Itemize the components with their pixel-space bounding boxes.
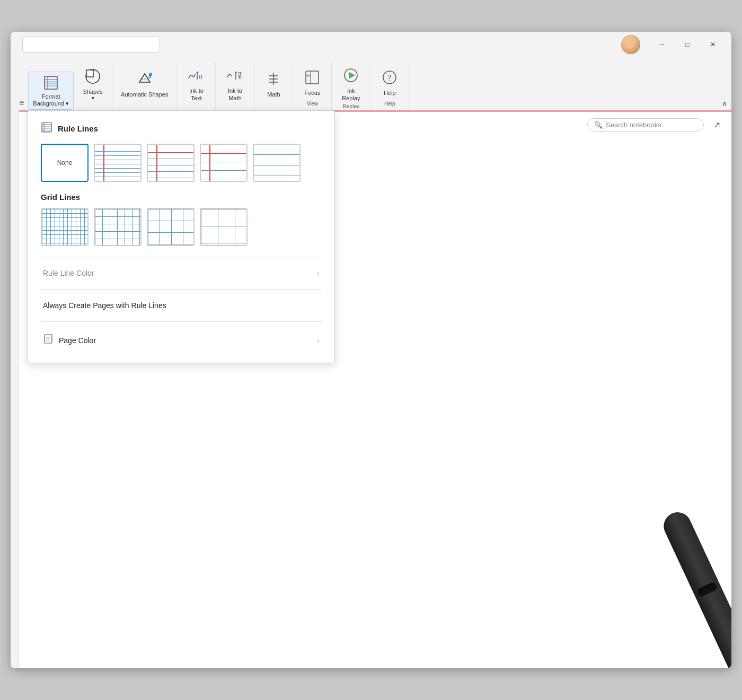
ink-to-math-button[interactable]: π ÷ Ink toMath <box>220 65 250 103</box>
help-group-label: Help <box>384 101 395 107</box>
divider-1 <box>41 257 322 257</box>
help-icon: ? <box>381 69 398 89</box>
narrow-lines-preview <box>95 145 140 181</box>
rule-line-options: None <box>41 144 322 182</box>
grid-line-options <box>41 208 322 246</box>
shapes-label: Shapes <box>83 89 102 95</box>
rule-lines-icon <box>41 121 52 135</box>
minimize-button[interactable]: ─ <box>650 36 674 53</box>
format-background-label: FormatBackground ▾ <box>33 93 69 107</box>
grid-option-xlarge[interactable] <box>200 208 248 246</box>
title-bar-left <box>17 37 621 52</box>
avatar[interactable] <box>621 35 640 54</box>
avatar-image <box>621 35 640 54</box>
focus-icon <box>304 69 321 89</box>
ribbon-group-ink-math: π ÷ Ink toMath <box>216 63 254 110</box>
page-color-icon <box>43 334 54 347</box>
grid-lines-title: Grid Lines <box>41 192 322 202</box>
ribbon-group-view: Focus View <box>293 63 332 110</box>
xwide-lines-preview <box>254 145 299 181</box>
ribbon-group-replay: InkReplay Replay <box>332 63 370 110</box>
grid-option-small[interactable] <box>41 208 89 246</box>
sidebar <box>11 110 19 668</box>
rule-option-college[interactable] <box>147 144 195 182</box>
help-button[interactable]: ? Help <box>375 65 404 101</box>
search-notebooks-input[interactable]: 🔍 Search notebooks <box>587 118 704 132</box>
grid-option-large[interactable] <box>147 208 195 246</box>
shapes-icon <box>84 68 101 88</box>
rule-lines-title: Rule Lines <box>58 124 98 133</box>
grid-option-medium[interactable] <box>94 208 142 246</box>
math-label: Math <box>267 91 280 98</box>
always-create-pages-item[interactable]: Always Create Pages with Rule Lines <box>41 296 322 315</box>
xlarge-grid-preview <box>201 209 246 245</box>
rule-line-color-arrow: › <box>317 269 320 277</box>
ribbon-group-shapes: Shapes ▾ <box>74 63 112 110</box>
ribbon-group-math: Math <box>254 63 293 110</box>
page-color-left: Page Color <box>43 334 96 347</box>
svg-text:÷: ÷ <box>238 76 242 82</box>
ribbon-group-ink-text: a Ink toText <box>177 63 216 110</box>
hamburger-icon[interactable]: ≡ <box>15 96 28 110</box>
maximize-button[interactable]: □ <box>675 36 700 53</box>
format-background-dropdown: Rule Lines None <box>28 110 335 363</box>
ribbon-group-auto-shapes: Automatic Shapes <box>112 63 177 110</box>
stylus-decoration <box>413 403 731 668</box>
svg-rect-23 <box>42 122 51 132</box>
svg-rect-18 <box>306 71 319 84</box>
search-icon: 🔍 <box>594 121 603 129</box>
svg-rect-7 <box>86 70 93 77</box>
rule-option-xwide[interactable] <box>253 144 301 182</box>
rule-line-color-label: Rule Line Color <box>43 269 94 277</box>
view-group-label: View <box>307 101 319 107</box>
focus-button[interactable]: Focus <box>297 65 327 101</box>
ink-to-text-button[interactable]: a Ink toText <box>181 65 211 103</box>
rule-option-none-label: None <box>57 159 73 167</box>
ribbon-group-help: ? Help Help <box>370 63 409 110</box>
title-search-bar[interactable] <box>22 37 160 52</box>
close-button[interactable]: ✕ <box>701 36 725 53</box>
svg-text:?: ? <box>387 73 391 82</box>
rule-lines-header: Rule Lines <box>41 121 322 135</box>
title-bar-controls: ─ □ ✕ <box>621 35 725 54</box>
math-button[interactable]: Math <box>259 65 288 103</box>
shapes-dropdown-arrow: ▾ <box>92 95 94 101</box>
always-create-pages-label: Always Create Pages with Rule Lines <box>43 301 166 310</box>
medium-grid-preview <box>95 209 140 245</box>
replay-group-label: Replay <box>343 103 359 109</box>
rule-option-none[interactable]: None <box>41 144 89 182</box>
divider-3 <box>41 321 322 322</box>
svg-marker-20 <box>349 72 355 78</box>
title-bar: ─ □ ✕ <box>11 32 731 57</box>
automatic-shapes-button[interactable]: Automatic Shapes <box>117 65 172 103</box>
ink-to-text-icon: a <box>187 67 206 86</box>
math-icon <box>265 71 282 90</box>
focus-label: Focus <box>304 90 320 97</box>
format-background-button[interactable]: FormatBackground ▾ <box>28 72 74 110</box>
ribbon-collapse-button[interactable]: ∧ <box>722 99 727 108</box>
rule-option-narrow[interactable] <box>94 144 142 182</box>
rule-option-wide[interactable] <box>200 144 248 182</box>
divider-2 <box>41 289 322 290</box>
automatic-shapes-label: Automatic Shapes <box>121 91 168 98</box>
ink-to-math-icon: π ÷ <box>225 67 244 86</box>
large-grid-preview <box>148 209 193 245</box>
ink-replay-button[interactable]: InkReplay <box>336 65 366 103</box>
ink-replay-icon <box>342 67 359 86</box>
svg-rect-0 <box>45 76 57 89</box>
app-window: ─ □ ✕ ≡ FormatBackground ▾ <box>11 32 731 668</box>
search-notebooks-placeholder: Search notebooks <box>606 121 661 129</box>
rule-line-color-item[interactable]: Rule Line Color › <box>41 264 322 283</box>
small-grid-preview <box>42 209 87 245</box>
svg-point-8 <box>149 73 152 76</box>
college-lines-preview <box>148 145 193 181</box>
svg-text:a: a <box>199 72 202 80</box>
ribbon: ≡ FormatBackground ▾ <box>11 57 731 110</box>
shapes-button[interactable]: Shapes ▾ <box>78 65 108 103</box>
expand-button[interactable]: ↗ <box>708 116 725 133</box>
automatic-shapes-icon <box>136 71 153 90</box>
ink-replay-label: InkReplay <box>342 88 360 101</box>
page-color-item[interactable]: Page Color › <box>41 328 322 352</box>
help-label: Help <box>384 90 396 97</box>
format-background-icon <box>42 74 59 93</box>
